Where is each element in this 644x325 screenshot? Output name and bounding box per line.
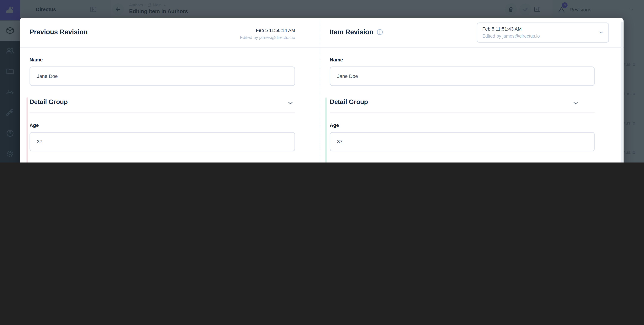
previous-revision-meta: Feb 5 11:50:14 AM Edited by james@direct… [240,27,295,41]
detail-group-title: Detail Group [330,98,595,106]
selected-revision-timestamp: Feb 5 11:51:43 AM [482,26,522,32]
changed-group-bar-left [26,97,28,163]
age-input[interactable]: 37 [30,132,295,151]
name-input[interactable]: Jane Doe [30,67,295,86]
age-field-label: Age [30,123,39,128]
item-revision-title: Item Revision [330,28,384,36]
changed-group-bar-right [325,97,327,163]
name-field-label: Name [30,57,43,63]
detail-group-header[interactable]: Detail Group [30,98,295,108]
header-divider [20,47,624,48]
panel-divider [320,20,320,163]
app-root: Directus Authors • Main Editing Item in … [0,0,644,163]
chevron-down-icon[interactable] [572,100,579,106]
info-icon [376,29,384,36]
group-divider [330,113,595,113]
detail-group-title: Detail Group [30,98,295,106]
age-value: 37 [37,139,42,144]
age-value: 37 [337,139,342,144]
detail-group-header[interactable]: Detail Group [330,98,595,108]
selected-revision-edited-by: Edited by james@directus.io [482,34,540,39]
chevron-down-icon[interactable] [287,100,294,106]
previous-revision-title: Previous Revision [30,28,88,36]
revision-compare-modal: Previous Revision Feb 5 11:50:14 AM Edit… [20,18,624,163]
name-input[interactable]: Jane Doe [330,67,595,86]
name-value: Jane Doe [337,74,358,79]
revision-edited-by: Edited by james@directus.io [240,34,295,41]
chevron-down-icon[interactable] [598,30,604,36]
name-value: Jane Doe [37,74,58,79]
revision-select-dropdown[interactable]: Feb 5 11:51:43 AM Edited by james@direct… [477,23,609,43]
modal-scrollbar[interactable] [621,22,623,163]
name-field-label: Name [330,57,343,63]
group-divider [30,113,295,113]
revision-timestamp: Feb 5 11:50:14 AM [240,27,295,34]
age-field-label: Age [330,123,339,128]
age-input[interactable]: 37 [330,132,595,151]
